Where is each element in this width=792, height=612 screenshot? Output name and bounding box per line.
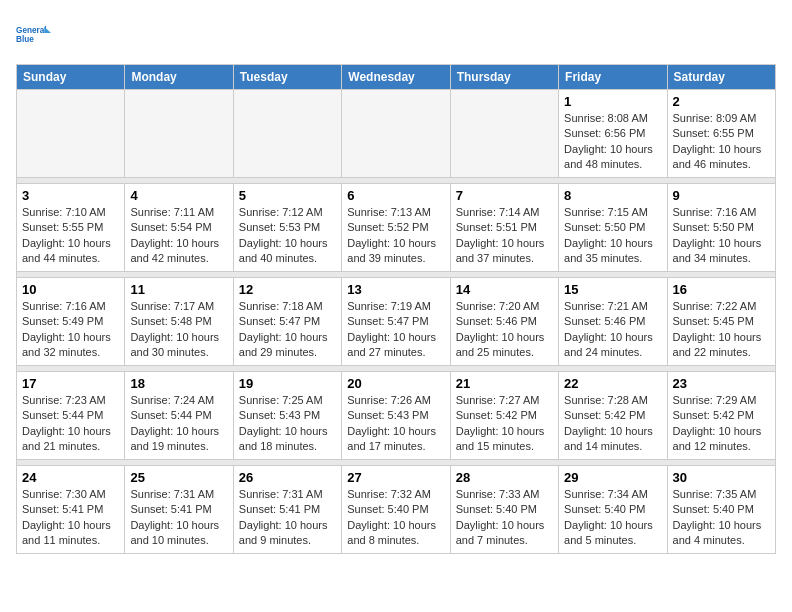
day-number: 16	[673, 282, 770, 297]
day-info: Sunrise: 7:26 AMSunset: 5:43 PMDaylight:…	[347, 393, 444, 455]
calendar-header-tuesday: Tuesday	[233, 65, 341, 90]
day-info: Sunrise: 7:27 AMSunset: 5:42 PMDaylight:…	[456, 393, 553, 455]
calendar-cell: 17Sunrise: 7:23 AMSunset: 5:44 PMDayligh…	[17, 372, 125, 460]
calendar-cell	[233, 90, 341, 178]
calendar-cell	[450, 90, 558, 178]
calendar-header-thursday: Thursday	[450, 65, 558, 90]
day-info: Sunrise: 7:30 AMSunset: 5:41 PMDaylight:…	[22, 487, 119, 549]
day-number: 7	[456, 188, 553, 203]
week-row-1: 1Sunrise: 8:08 AMSunset: 6:56 PMDaylight…	[17, 90, 776, 178]
day-number: 6	[347, 188, 444, 203]
day-number: 9	[673, 188, 770, 203]
calendar-header-wednesday: Wednesday	[342, 65, 450, 90]
week-row-5: 24Sunrise: 7:30 AMSunset: 5:41 PMDayligh…	[17, 466, 776, 554]
day-info: Sunrise: 7:35 AMSunset: 5:40 PMDaylight:…	[673, 487, 770, 549]
day-number: 12	[239, 282, 336, 297]
day-info: Sunrise: 7:33 AMSunset: 5:40 PMDaylight:…	[456, 487, 553, 549]
calendar-header-saturday: Saturday	[667, 65, 775, 90]
calendar-cell: 16Sunrise: 7:22 AMSunset: 5:45 PMDayligh…	[667, 278, 775, 366]
logo-icon: GeneralBlue	[16, 16, 52, 52]
day-number: 13	[347, 282, 444, 297]
svg-text:Blue: Blue	[16, 35, 34, 44]
day-number: 20	[347, 376, 444, 391]
day-info: Sunrise: 7:21 AMSunset: 5:46 PMDaylight:…	[564, 299, 661, 361]
day-number: 14	[456, 282, 553, 297]
calendar-cell: 24Sunrise: 7:30 AMSunset: 5:41 PMDayligh…	[17, 466, 125, 554]
day-number: 8	[564, 188, 661, 203]
day-info: Sunrise: 7:20 AMSunset: 5:46 PMDaylight:…	[456, 299, 553, 361]
day-number: 25	[130, 470, 227, 485]
day-info: Sunrise: 7:19 AMSunset: 5:47 PMDaylight:…	[347, 299, 444, 361]
calendar-cell: 30Sunrise: 7:35 AMSunset: 5:40 PMDayligh…	[667, 466, 775, 554]
calendar-cell: 23Sunrise: 7:29 AMSunset: 5:42 PMDayligh…	[667, 372, 775, 460]
day-number: 4	[130, 188, 227, 203]
calendar-cell	[17, 90, 125, 178]
day-info: Sunrise: 7:23 AMSunset: 5:44 PMDaylight:…	[22, 393, 119, 455]
day-number: 27	[347, 470, 444, 485]
calendar-cell: 18Sunrise: 7:24 AMSunset: 5:44 PMDayligh…	[125, 372, 233, 460]
logo: GeneralBlue	[16, 16, 52, 52]
calendar-cell: 8Sunrise: 7:15 AMSunset: 5:50 PMDaylight…	[559, 184, 667, 272]
day-info: Sunrise: 7:31 AMSunset: 5:41 PMDaylight:…	[239, 487, 336, 549]
calendar-cell: 26Sunrise: 7:31 AMSunset: 5:41 PMDayligh…	[233, 466, 341, 554]
calendar-cell: 25Sunrise: 7:31 AMSunset: 5:41 PMDayligh…	[125, 466, 233, 554]
day-info: Sunrise: 7:14 AMSunset: 5:51 PMDaylight:…	[456, 205, 553, 267]
calendar-table: SundayMondayTuesdayWednesdayThursdayFrid…	[16, 64, 776, 554]
day-number: 26	[239, 470, 336, 485]
svg-marker-2	[44, 27, 51, 33]
calendar-cell: 9Sunrise: 7:16 AMSunset: 5:50 PMDaylight…	[667, 184, 775, 272]
calendar-header-row: SundayMondayTuesdayWednesdayThursdayFrid…	[17, 65, 776, 90]
calendar-header-friday: Friday	[559, 65, 667, 90]
day-info: Sunrise: 7:16 AMSunset: 5:49 PMDaylight:…	[22, 299, 119, 361]
day-number: 3	[22, 188, 119, 203]
day-number: 2	[673, 94, 770, 109]
calendar-cell: 28Sunrise: 7:33 AMSunset: 5:40 PMDayligh…	[450, 466, 558, 554]
day-info: Sunrise: 7:18 AMSunset: 5:47 PMDaylight:…	[239, 299, 336, 361]
day-number: 22	[564, 376, 661, 391]
calendar-cell: 5Sunrise: 7:12 AMSunset: 5:53 PMDaylight…	[233, 184, 341, 272]
calendar-cell: 6Sunrise: 7:13 AMSunset: 5:52 PMDaylight…	[342, 184, 450, 272]
day-number: 29	[564, 470, 661, 485]
day-info: Sunrise: 7:15 AMSunset: 5:50 PMDaylight:…	[564, 205, 661, 267]
calendar-cell: 15Sunrise: 7:21 AMSunset: 5:46 PMDayligh…	[559, 278, 667, 366]
calendar-cell: 21Sunrise: 7:27 AMSunset: 5:42 PMDayligh…	[450, 372, 558, 460]
week-row-3: 10Sunrise: 7:16 AMSunset: 5:49 PMDayligh…	[17, 278, 776, 366]
day-number: 19	[239, 376, 336, 391]
day-number: 28	[456, 470, 553, 485]
calendar-cell: 13Sunrise: 7:19 AMSunset: 5:47 PMDayligh…	[342, 278, 450, 366]
day-info: Sunrise: 7:29 AMSunset: 5:42 PMDaylight:…	[673, 393, 770, 455]
calendar-cell: 3Sunrise: 7:10 AMSunset: 5:55 PMDaylight…	[17, 184, 125, 272]
calendar-header-monday: Monday	[125, 65, 233, 90]
day-number: 24	[22, 470, 119, 485]
calendar-cell: 14Sunrise: 7:20 AMSunset: 5:46 PMDayligh…	[450, 278, 558, 366]
calendar-cell: 19Sunrise: 7:25 AMSunset: 5:43 PMDayligh…	[233, 372, 341, 460]
day-info: Sunrise: 7:11 AMSunset: 5:54 PMDaylight:…	[130, 205, 227, 267]
day-info: Sunrise: 7:22 AMSunset: 5:45 PMDaylight:…	[673, 299, 770, 361]
calendar-cell	[125, 90, 233, 178]
day-number: 5	[239, 188, 336, 203]
day-number: 17	[22, 376, 119, 391]
week-row-4: 17Sunrise: 7:23 AMSunset: 5:44 PMDayligh…	[17, 372, 776, 460]
day-info: Sunrise: 8:08 AMSunset: 6:56 PMDaylight:…	[564, 111, 661, 173]
day-info: Sunrise: 7:31 AMSunset: 5:41 PMDaylight:…	[130, 487, 227, 549]
calendar-cell: 2Sunrise: 8:09 AMSunset: 6:55 PMDaylight…	[667, 90, 775, 178]
day-info: Sunrise: 7:12 AMSunset: 5:53 PMDaylight:…	[239, 205, 336, 267]
day-info: Sunrise: 7:13 AMSunset: 5:52 PMDaylight:…	[347, 205, 444, 267]
day-number: 15	[564, 282, 661, 297]
calendar-cell: 22Sunrise: 7:28 AMSunset: 5:42 PMDayligh…	[559, 372, 667, 460]
week-row-2: 3Sunrise: 7:10 AMSunset: 5:55 PMDaylight…	[17, 184, 776, 272]
calendar-cell: 11Sunrise: 7:17 AMSunset: 5:48 PMDayligh…	[125, 278, 233, 366]
calendar-cell: 7Sunrise: 7:14 AMSunset: 5:51 PMDaylight…	[450, 184, 558, 272]
day-info: Sunrise: 7:34 AMSunset: 5:40 PMDaylight:…	[564, 487, 661, 549]
day-number: 23	[673, 376, 770, 391]
day-info: Sunrise: 8:09 AMSunset: 6:55 PMDaylight:…	[673, 111, 770, 173]
day-number: 1	[564, 94, 661, 109]
day-info: Sunrise: 7:25 AMSunset: 5:43 PMDaylight:…	[239, 393, 336, 455]
calendar-header-sunday: Sunday	[17, 65, 125, 90]
day-info: Sunrise: 7:10 AMSunset: 5:55 PMDaylight:…	[22, 205, 119, 267]
day-number: 11	[130, 282, 227, 297]
svg-text:General: General	[16, 26, 47, 35]
day-info: Sunrise: 7:16 AMSunset: 5:50 PMDaylight:…	[673, 205, 770, 267]
day-info: Sunrise: 7:24 AMSunset: 5:44 PMDaylight:…	[130, 393, 227, 455]
day-info: Sunrise: 7:32 AMSunset: 5:40 PMDaylight:…	[347, 487, 444, 549]
